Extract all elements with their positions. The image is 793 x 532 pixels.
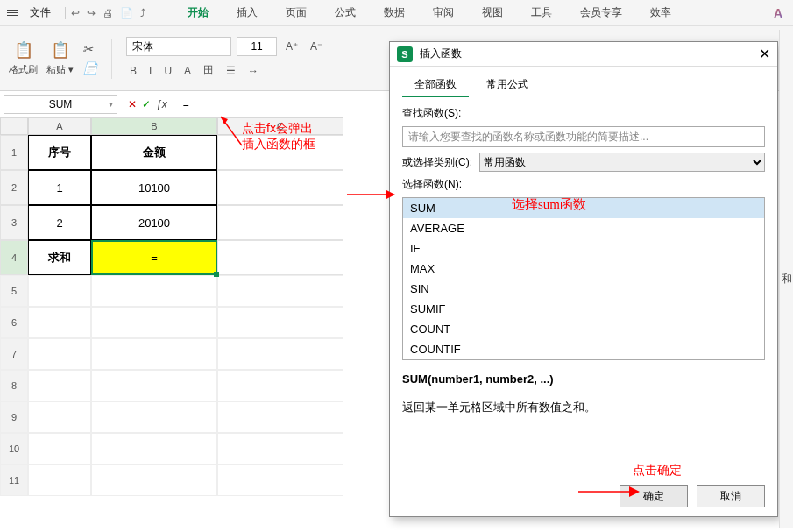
cell-c5[interactable] (217, 275, 343, 307)
accept-formula-icon[interactable]: ✓ (142, 98, 151, 110)
cell-b1[interactable]: 金额 (91, 135, 217, 170)
print-icon[interactable]: 🖨 (103, 7, 113, 19)
cell-c11[interactable] (217, 465, 343, 496)
tab-formula[interactable]: 公式 (321, 2, 370, 24)
tab-tools[interactable]: 工具 (517, 2, 566, 24)
select-all-corner[interactable] (0, 117, 28, 135)
cell-b2[interactable]: 10100 (91, 170, 217, 205)
borders-button[interactable]: 田 (200, 61, 217, 80)
function-item-sin[interactable]: SIN (403, 279, 764, 299)
cell-a4[interactable]: 求和 (28, 240, 91, 275)
cell-c10[interactable] (217, 433, 343, 465)
cell-a9[interactable] (28, 401, 91, 433)
cell-c6[interactable] (217, 307, 343, 338)
file-menu[interactable]: 文件 (21, 4, 60, 22)
function-item-if[interactable]: IF (403, 238, 764, 259)
cell-c2[interactable] (217, 170, 343, 205)
tab-review[interactable]: 审阅 (419, 2, 468, 24)
row-header-11[interactable]: 11 (0, 465, 28, 496)
cell-b8[interactable] (91, 370, 217, 401)
cell-a3[interactable]: 2 (28, 205, 91, 240)
cell-b10[interactable] (91, 433, 217, 465)
tab-efficiency[interactable]: 效率 (636, 2, 685, 24)
row-header-1[interactable]: 1 (0, 135, 28, 170)
cell-a8[interactable] (28, 370, 91, 401)
fx-icon[interactable]: ƒx (156, 98, 167, 110)
function-item-sumif[interactable]: SUMIF (403, 299, 764, 319)
cancel-formula-icon[interactable]: ✕ (128, 98, 137, 110)
row-header-4[interactable]: 4 (0, 240, 28, 275)
decrease-font-icon[interactable]: A⁻ (307, 39, 326, 54)
dialog-tab-all[interactable]: 全部函数 (402, 74, 469, 97)
function-item-countif[interactable]: COUNTIF (403, 339, 764, 359)
row-header-3[interactable]: 3 (0, 205, 28, 240)
redo-icon[interactable]: ↪ (87, 7, 96, 19)
cell-b9[interactable] (91, 401, 217, 433)
row-header-8[interactable]: 8 (0, 370, 28, 401)
cell-a5[interactable] (28, 275, 91, 307)
tab-insert[interactable]: 插入 (223, 2, 272, 24)
cut-icon[interactable]: ✂ (82, 42, 97, 56)
cell-b5[interactable] (91, 275, 217, 307)
tab-view[interactable]: 视图 (468, 2, 517, 24)
increase-font-icon[interactable]: A⁺ (282, 39, 301, 54)
row-header-9[interactable]: 9 (0, 401, 28, 433)
underline-button[interactable]: U (160, 63, 175, 79)
format-painter-icon[interactable]: 📋 (14, 40, 33, 60)
category-dropdown[interactable]: 常用函数 (479, 153, 765, 172)
cell-a7[interactable] (28, 338, 91, 370)
align-button[interactable]: ☰ (223, 63, 239, 79)
row-header-6[interactable]: 6 (0, 307, 28, 338)
cell-c1[interactable] (217, 135, 343, 170)
function-item-count[interactable]: COUNT (403, 319, 764, 339)
merge-button[interactable]: ↔ (244, 63, 262, 79)
bold-button[interactable]: B (126, 63, 140, 79)
function-item-sum[interactable]: SUM (403, 198, 764, 218)
cell-a10[interactable] (28, 433, 91, 465)
cell-a2[interactable]: 1 (28, 170, 91, 205)
tab-member[interactable]: 会员专享 (566, 2, 636, 24)
share-icon[interactable]: ⤴ (140, 7, 145, 19)
search-function-input[interactable] (402, 126, 765, 147)
close-icon[interactable]: ✕ (759, 46, 770, 62)
cell-a1[interactable]: 序号 (28, 135, 91, 170)
cancel-button[interactable]: 取消 (697, 485, 765, 507)
font-size-dropdown[interactable]: 11 (237, 37, 277, 56)
ok-button[interactable]: 确定 (620, 485, 688, 507)
font-family-dropdown[interactable]: 宋体 (126, 37, 231, 56)
preview-icon[interactable]: 📄 (120, 7, 133, 19)
cell-c3[interactable] (217, 205, 343, 240)
cell-b7[interactable] (91, 338, 217, 370)
tab-page[interactable]: 页面 (272, 2, 321, 24)
italic-button[interactable]: I (145, 63, 155, 79)
cell-b4[interactable]: = (91, 240, 217, 275)
col-header-b[interactable]: B (91, 117, 217, 135)
cell-c9[interactable] (217, 401, 343, 433)
cell-c8[interactable] (217, 370, 343, 401)
dialog-tab-common[interactable]: 常用公式 (474, 74, 541, 97)
row-header-2[interactable]: 2 (0, 170, 28, 205)
col-header-a[interactable]: A (28, 117, 91, 135)
ai-icon[interactable]: A (774, 6, 788, 20)
row-header-5[interactable]: 5 (0, 275, 28, 307)
dialog-titlebar[interactable]: S 插入函数 ✕ (390, 42, 777, 67)
cell-a11[interactable] (28, 465, 91, 496)
cell-c7[interactable] (217, 338, 343, 370)
name-box[interactable]: SUM (4, 95, 117, 114)
copy-icon[interactable]: 📄 (82, 61, 97, 75)
undo-icon[interactable]: ↩ (71, 7, 80, 19)
formula-input[interactable] (178, 98, 350, 110)
tab-data[interactable]: 数据 (370, 2, 419, 24)
function-item-average[interactable]: AVERAGE (403, 218, 764, 238)
row-header-10[interactable]: 10 (0, 433, 28, 465)
paste-icon[interactable]: 📋 (51, 40, 70, 60)
function-list[interactable]: SUM AVERAGE IF MAX SIN SUMIF COUNT COUNT… (402, 197, 765, 360)
paste-label[interactable]: 粘贴 ▾ (46, 63, 74, 76)
hamburger-icon[interactable] (5, 10, 19, 16)
cell-b11[interactable] (91, 465, 217, 496)
col-header-c[interactable]: C (217, 117, 343, 135)
tab-start[interactable]: 开始 (173, 2, 223, 24)
cell-b3[interactable]: 20100 (91, 205, 217, 240)
function-item-max[interactable]: MAX (403, 259, 764, 279)
cell-a6[interactable] (28, 307, 91, 338)
